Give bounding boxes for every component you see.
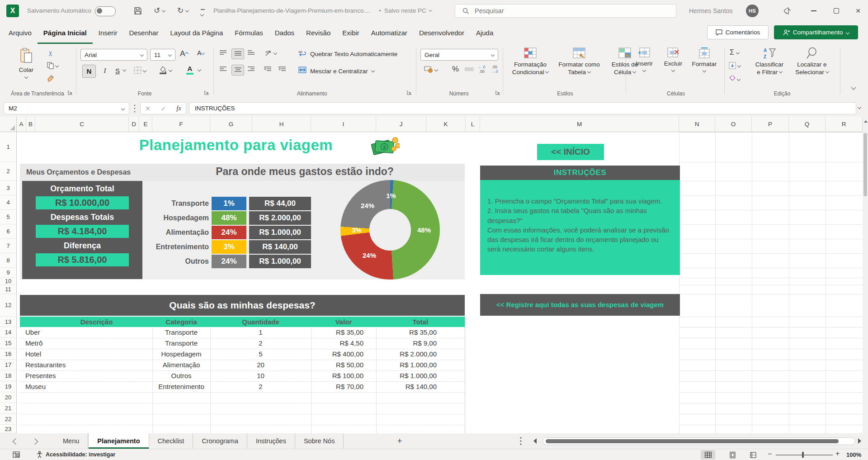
row-header-19[interactable]: 19 xyxy=(0,381,16,392)
clipboard-dialog-launcher[interactable] xyxy=(68,90,73,95)
formula-input[interactable]: INSTRUÇÕES xyxy=(189,102,856,114)
menu-tab-inserir[interactable]: Inserir xyxy=(93,22,123,44)
align-bottom-icon[interactable] xyxy=(248,50,255,56)
row-header-14[interactable]: 14 xyxy=(0,327,16,338)
row-header-17[interactable]: 17 xyxy=(0,360,16,370)
increase-decimal-icon[interactable]: ←.0.00 xyxy=(478,65,486,74)
zoom-slider-thumb[interactable] xyxy=(802,452,804,458)
col-valor[interactable]: Valor xyxy=(311,317,376,327)
format-cells-button[interactable]: Formatar xyxy=(688,47,721,75)
next-sheet-icon[interactable] xyxy=(32,438,38,445)
row-header-3[interactable]: 3 xyxy=(0,181,16,195)
row-header-5[interactable]: 5 xyxy=(0,210,16,224)
menu-tab-exibir[interactable]: Exibir xyxy=(336,22,365,44)
category-percent[interactable]: 48% xyxy=(212,211,246,225)
row-header-12[interactable]: 12 xyxy=(0,294,16,317)
hscroll-right-arrow[interactable] xyxy=(858,438,861,444)
increase-indent-icon[interactable] xyxy=(278,66,286,72)
row-header-9[interactable]: 9 xyxy=(0,268,16,278)
delete-cells-button[interactable]: Excluir xyxy=(660,47,686,74)
column-header-G[interactable]: G xyxy=(210,117,252,132)
minimize-button[interactable] xyxy=(804,0,824,22)
category-value[interactable]: R$ 1.000,00 xyxy=(249,226,311,239)
category-value[interactable]: R$ 140,00 xyxy=(249,240,311,254)
clear-icon[interactable] xyxy=(729,76,740,82)
col-total[interactable]: Total xyxy=(376,317,465,327)
inicio-button[interactable]: << INÍCIO xyxy=(537,144,604,160)
column-header-B[interactable]: B xyxy=(26,117,35,132)
vertical-scroll-thumb[interactable] xyxy=(863,133,867,196)
column-header-I[interactable]: I xyxy=(311,117,376,132)
menu-tab-fórmulas[interactable]: Fórmulas xyxy=(229,22,269,44)
expense-cell[interactable]: Restaurantes xyxy=(20,360,152,371)
prev-sheet-icon[interactable] xyxy=(13,438,19,445)
redo-icon[interactable]: ↻ xyxy=(177,6,189,15)
cancel-icon[interactable]: ✕ xyxy=(145,105,151,112)
zoom-in-button[interactable]: + xyxy=(835,450,840,458)
row-header-22[interactable]: 22 xyxy=(0,414,16,425)
tab-overflow-icon[interactable] xyxy=(520,436,522,446)
share-button[interactable]: Compartilhamento xyxy=(774,25,858,39)
expense-cell[interactable]: R$ 100,00 xyxy=(311,370,376,382)
expense-cell[interactable]: 1 xyxy=(210,327,311,338)
category-percent[interactable]: 1% xyxy=(212,197,246,210)
feedback-megaphone-icon[interactable] xyxy=(783,6,792,15)
row-header-20[interactable]: 20 xyxy=(0,392,16,403)
row-header-21[interactable]: 21 xyxy=(0,403,16,414)
row-header-23[interactable]: 23 xyxy=(0,425,16,433)
expense-cell[interactable]: Uber xyxy=(20,327,152,338)
menu-tab-ajuda[interactable]: Ajuda xyxy=(470,22,499,44)
category-value[interactable]: R$ 2.000,00 xyxy=(249,211,311,225)
search-box[interactable] xyxy=(455,4,676,18)
category-percent[interactable]: 24% xyxy=(212,255,246,268)
category-percent[interactable]: 24% xyxy=(212,226,246,239)
column-header-R[interactable]: R xyxy=(826,117,863,132)
accessibility-status[interactable]: Acessibilidade: investigar xyxy=(46,451,115,458)
expense-cell[interactable]: R$ 70,00 xyxy=(311,381,376,393)
saved-status[interactable]: •Salvo neste PC xyxy=(379,7,432,14)
font-color-icon[interactable]: A xyxy=(186,65,193,75)
empty-table-row[interactable] xyxy=(20,425,465,434)
align-middle-icon[interactable] xyxy=(231,48,244,59)
name-box-splitter[interactable] xyxy=(134,104,136,113)
number-format-select[interactable]: Geral xyxy=(420,49,498,61)
find-select-button[interactable]: Localizar eSelecionar xyxy=(790,47,834,76)
row-header-18[interactable]: 18 xyxy=(0,370,16,381)
column-header-M[interactable]: M xyxy=(480,117,679,132)
zoom-slider-track[interactable] xyxy=(776,455,833,455)
expense-cell[interactable]: Metrô xyxy=(20,338,152,349)
category-percent[interactable]: 3% xyxy=(212,240,246,254)
expense-cell[interactable]: 2 xyxy=(210,381,311,393)
sheet-tab-instruções[interactable]: Instruções xyxy=(247,433,295,449)
menu-tab-automatizar[interactable]: Automatizar xyxy=(365,22,413,44)
expenses-total-value[interactable]: R$ 4.184,00 xyxy=(36,225,129,238)
expense-cell[interactable]: Hotel xyxy=(20,349,152,360)
align-center-icon[interactable] xyxy=(231,65,244,76)
column-header-J[interactable]: J xyxy=(376,117,426,132)
copy-icon[interactable] xyxy=(47,62,58,69)
category-value[interactable]: R$ 44,00 xyxy=(249,197,311,210)
expand-formula-bar-icon[interactable] xyxy=(858,106,861,109)
expense-cell[interactable]: R$ 9,00 xyxy=(376,338,465,349)
comments-button[interactable]: Comentários xyxy=(707,25,769,39)
menu-tab-layout-da-página[interactable]: Layout da Página xyxy=(164,22,229,44)
row-header-8[interactable]: 8 xyxy=(0,253,16,268)
expense-cell[interactable]: Hospedagem xyxy=(152,349,210,360)
row-header-2[interactable]: 2 xyxy=(0,162,16,181)
fill-color-icon[interactable] xyxy=(159,66,172,74)
bold-button[interactable]: N xyxy=(82,65,96,78)
expense-cell[interactable]: Transporte xyxy=(152,338,210,349)
hscroll-left-arrow[interactable] xyxy=(533,438,537,444)
col-descricao[interactable]: Descrição xyxy=(41,317,152,327)
menu-tab-desenhar[interactable]: Desenhar xyxy=(123,22,164,44)
column-header-D[interactable]: D xyxy=(129,117,139,132)
wrap-text-button[interactable]: Quebrar Texto Automaticamente xyxy=(310,51,397,57)
autosum-button[interactable]: Σ xyxy=(730,48,739,57)
expense-cell[interactable]: R$ 400,00 xyxy=(311,349,376,360)
menu-tab-arquivo[interactable]: Arquivo xyxy=(3,22,38,44)
row-header-7[interactable]: 7 xyxy=(0,239,16,253)
sheet-tab-cronograma[interactable]: Cronograma xyxy=(193,433,247,449)
column-header-K[interactable]: K xyxy=(426,117,466,132)
category-value[interactable]: R$ 1.000,00 xyxy=(249,255,311,268)
sort-filter-button[interactable]: AZ Classificare Filtrar xyxy=(750,47,788,76)
